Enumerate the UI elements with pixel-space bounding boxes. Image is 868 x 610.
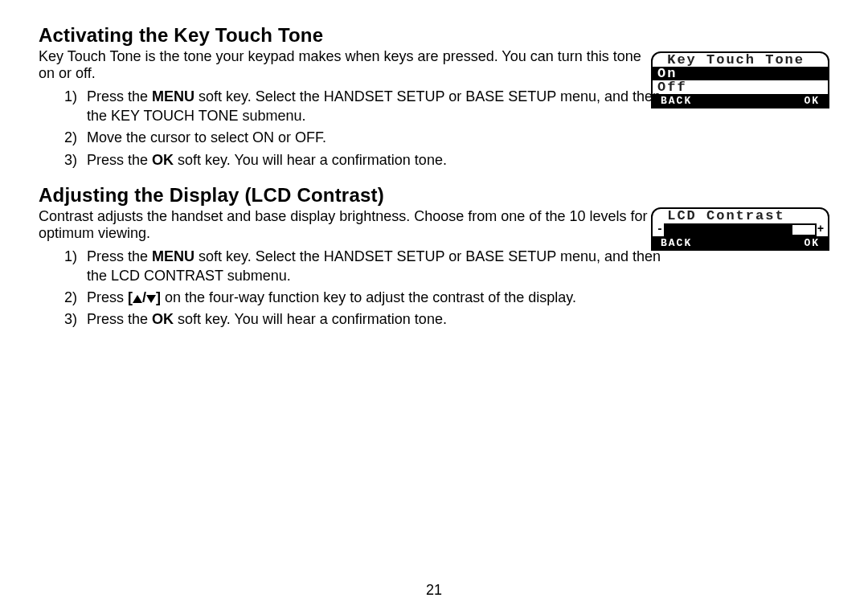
- lcd-title: LCD Contrast: [653, 209, 828, 223]
- step: Press the MENU soft key. Select the HAND…: [77, 88, 682, 125]
- t: Press the: [87, 152, 152, 168]
- lcd-contrast-bar: - +: [653, 223, 828, 236]
- t: soft key. You will hear a confirmation t…: [174, 311, 447, 327]
- heading: Activating the Key Touch Tone: [39, 24, 829, 47]
- softkey-ok: OK: [740, 236, 828, 249]
- lcd-option-on: On: [653, 67, 828, 80]
- t: on the four-way function key to adjust t…: [161, 289, 576, 305]
- section-lcd-contrast: Adjusting the Display (LCD Contrast) Con…: [39, 184, 829, 330]
- arrow-down-icon: [146, 295, 156, 303]
- manual-page: Key Touch Tone On Off BACK OK LCD Contra…: [0, 0, 868, 610]
- t: Press the: [87, 88, 152, 104]
- contrast-track: [664, 223, 817, 236]
- lcd-title: Key Touch Tone: [653, 53, 828, 67]
- arrow-up-icon: [133, 295, 142, 303]
- menu-label: MENU: [152, 88, 194, 104]
- t: Press: [87, 289, 128, 305]
- plus-icon: +: [817, 223, 825, 236]
- heading: Adjusting the Display (LCD Contrast): [39, 184, 829, 207]
- step: Press the MENU soft key. Select the HAND…: [77, 248, 682, 285]
- step: Move the cursor to select ON or OFF.: [77, 129, 682, 147]
- ok-label: OK: [152, 311, 174, 327]
- contrast-fill: [665, 225, 792, 235]
- page-number: 21: [0, 582, 868, 599]
- t: Press the: [87, 248, 152, 264]
- ok-label: OK: [152, 152, 174, 168]
- step: Press [/] on the four-way function key t…: [77, 289, 682, 307]
- menu-label: MENU: [152, 248, 194, 264]
- steps-list: Press the MENU soft key. Select the HAND…: [39, 248, 829, 330]
- step: Press the OK soft key. You will hear a c…: [77, 310, 682, 329]
- step: Press the OK soft key. You will hear a c…: [77, 151, 682, 170]
- softkey-ok: OK: [740, 94, 828, 107]
- minus-icon: -: [656, 223, 664, 236]
- intro-text: Contrast adjusts the handset and base di…: [39, 208, 648, 241]
- t: soft key. You will hear a confirmation t…: [174, 152, 447, 168]
- lcd-contrast: LCD Contrast - + BACK OK: [651, 207, 829, 251]
- intro-text: Key Touch Tone is the tone your keypad m…: [39, 48, 648, 81]
- t: Press the: [87, 311, 152, 327]
